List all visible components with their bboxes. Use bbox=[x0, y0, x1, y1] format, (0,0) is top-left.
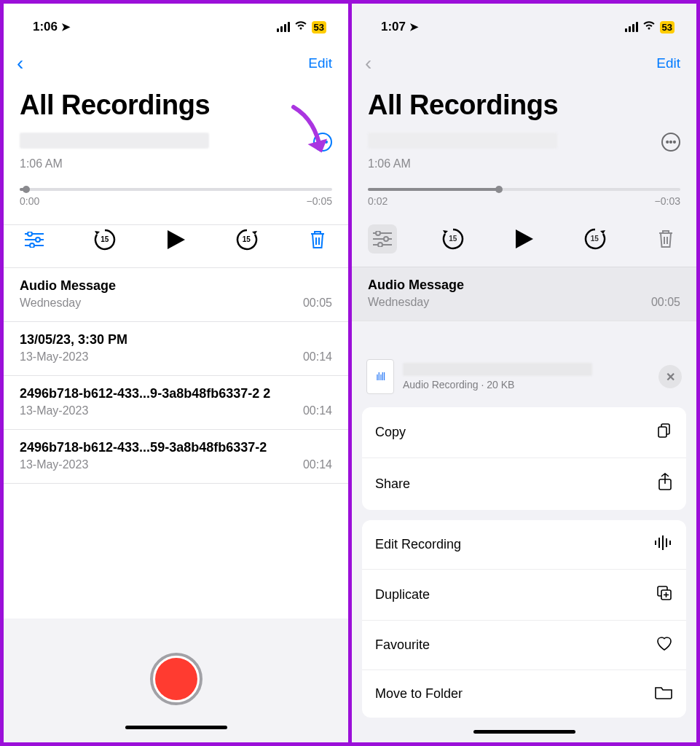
more-options-button[interactable]: ••• bbox=[661, 133, 680, 152]
item-duration: 00:14 bbox=[303, 350, 332, 364]
svg-point-5 bbox=[30, 243, 34, 248]
recording-item[interactable]: Audio Message Wednesday00:05 bbox=[4, 268, 348, 322]
elapsed-time: 0:00 bbox=[20, 195, 39, 207]
recording-time: 1:06 AM bbox=[20, 157, 332, 170]
item-subtitle: 13-May-2023 bbox=[20, 350, 88, 364]
page-title: All Recordings bbox=[4, 85, 348, 130]
play-button[interactable] bbox=[510, 224, 539, 254]
menu-share[interactable]: Share bbox=[362, 458, 686, 510]
battery-badge: 53 bbox=[312, 21, 326, 34]
delete-button[interactable] bbox=[651, 224, 680, 254]
action-sheet: ılıll Audio Recording · 20 KB ✕ Copy Sha… bbox=[352, 346, 696, 742]
item-title: 13/05/23, 3:30 PM bbox=[20, 332, 332, 348]
home-indicator[interactable] bbox=[473, 730, 575, 734]
play-button[interactable] bbox=[162, 225, 191, 254]
menu-favourite[interactable]: Favourite bbox=[362, 621, 686, 670]
elapsed-time: 0:02 bbox=[368, 195, 388, 207]
status-time: 1:07 bbox=[381, 20, 406, 34]
recording-item[interactable]: 2496b718-b612-433...59-3a8b48fb6337-2 13… bbox=[4, 430, 348, 484]
menu-label: Copy bbox=[375, 425, 406, 440]
item-subtitle: Wednesday bbox=[368, 296, 429, 309]
options-slider-button[interactable] bbox=[20, 225, 49, 254]
sheet-meta: Audio Recording · 20 KB bbox=[403, 379, 650, 390]
copy-icon bbox=[656, 422, 673, 443]
menu-duplicate[interactable]: Duplicate bbox=[362, 570, 686, 621]
svg-point-7 bbox=[376, 231, 380, 235]
heart-icon bbox=[656, 635, 673, 655]
svg-point-3 bbox=[36, 237, 40, 242]
wifi-icon bbox=[294, 20, 307, 34]
delete-button[interactable] bbox=[303, 225, 332, 254]
menu-label: Duplicate bbox=[375, 587, 430, 602]
menu-label: Favourite bbox=[375, 637, 430, 653]
status-bar: 1:07 ➤ 53 bbox=[352, 4, 696, 42]
options-slider-button[interactable] bbox=[368, 224, 397, 254]
edit-button[interactable]: Edit bbox=[308, 55, 332, 71]
item-duration: 00:14 bbox=[303, 458, 332, 471]
remaining-time: −0:03 bbox=[655, 195, 680, 207]
document-icon: ılıll bbox=[366, 359, 394, 394]
duplicate-icon bbox=[656, 584, 673, 605]
edit-button[interactable]: Edit bbox=[656, 55, 680, 71]
recording-item[interactable]: Audio Message Wednesday00:05 bbox=[352, 267, 696, 321]
recording-name-redacted bbox=[20, 133, 209, 149]
svg-point-11 bbox=[378, 243, 382, 247]
recording-item[interactable]: 13/05/23, 3:30 PM 13-May-202300:14 bbox=[4, 322, 348, 376]
item-subtitle: 13-May-2023 bbox=[20, 458, 88, 471]
recording-item[interactable]: 2496b718-b612-433...9-3a8b48fb6337-2 2 1… bbox=[4, 376, 348, 430]
remaining-time: −0:05 bbox=[307, 195, 332, 207]
location-icon: ➤ bbox=[409, 20, 419, 33]
current-recording[interactable]: ••• 1:06 AM 0:02 −0:03 bbox=[352, 130, 696, 224]
menu-label: Share bbox=[375, 476, 410, 492]
cellular-icon bbox=[277, 22, 290, 32]
item-title: 2496b718-b612-433...9-3a8b48fb6337-2 2 bbox=[20, 386, 332, 401]
battery-badge: 53 bbox=[660, 21, 675, 34]
skip-forward-15-button[interactable] bbox=[581, 224, 610, 254]
status-bar: 1:06 ➤ 53 bbox=[4, 4, 348, 42]
playback-scrubber[interactable]: 0:02 −0:03 bbox=[368, 188, 680, 207]
item-subtitle: Wednesday bbox=[20, 297, 81, 310]
record-toolbar bbox=[4, 619, 348, 742]
cellular-icon bbox=[625, 22, 638, 32]
back-button[interactable]: ‹ bbox=[17, 52, 23, 75]
skip-back-15-button[interactable] bbox=[439, 224, 468, 254]
item-subtitle: 13-May-2023 bbox=[20, 404, 88, 417]
back-button[interactable]: ‹ bbox=[365, 52, 371, 75]
svg-point-1 bbox=[28, 232, 32, 236]
more-options-button[interactable]: ••• bbox=[313, 133, 332, 152]
menu-edit-recording[interactable]: Edit Recording bbox=[362, 520, 686, 570]
item-duration: 00:14 bbox=[303, 404, 332, 417]
item-title: Audio Message bbox=[368, 278, 680, 293]
sheet-title-redacted bbox=[403, 363, 592, 376]
item-duration: 00:05 bbox=[651, 296, 680, 309]
svg-point-9 bbox=[384, 237, 388, 241]
svg-rect-13 bbox=[658, 427, 666, 437]
wifi-icon bbox=[642, 20, 656, 34]
location-icon: ➤ bbox=[61, 20, 71, 33]
record-button[interactable] bbox=[150, 653, 202, 705]
item-duration: 00:05 bbox=[303, 297, 332, 310]
page-title: All Recordings bbox=[352, 85, 696, 130]
folder-icon bbox=[654, 685, 673, 703]
menu-label: Edit Recording bbox=[375, 537, 461, 552]
recording-time: 1:06 AM bbox=[368, 157, 680, 170]
menu-move-to-folder[interactable]: Move to Folder bbox=[362, 670, 686, 718]
menu-group: Edit Recording Duplicate Favourite Move … bbox=[362, 520, 686, 718]
share-icon bbox=[657, 473, 673, 495]
current-recording[interactable]: ••• 1:06 AM 0:00 −0:05 bbox=[4, 130, 348, 225]
skip-back-15-button[interactable] bbox=[90, 225, 119, 254]
playback-scrubber[interactable]: 0:00 −0:05 bbox=[20, 188, 332, 207]
recording-name-redacted bbox=[368, 133, 557, 149]
skip-forward-15-button[interactable] bbox=[232, 225, 261, 254]
waveform-icon bbox=[654, 535, 673, 554]
close-sheet-button[interactable]: ✕ bbox=[658, 365, 682, 388]
menu-copy[interactable]: Copy bbox=[362, 407, 686, 458]
menu-label: Move to Folder bbox=[375, 686, 463, 702]
item-title: 2496b718-b612-433...59-3a8b48fb6337-2 bbox=[20, 440, 332, 455]
status-time: 1:06 bbox=[33, 20, 58, 34]
item-title: Audio Message bbox=[20, 278, 332, 294]
menu-group: Copy Share bbox=[362, 407, 686, 510]
home-indicator[interactable] bbox=[125, 726, 227, 729]
